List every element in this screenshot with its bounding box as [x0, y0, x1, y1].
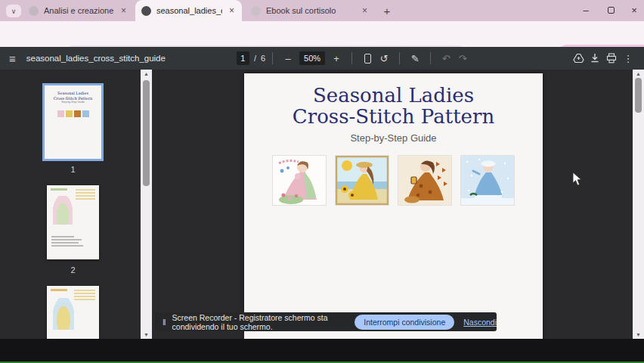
print-button[interactable]	[603, 50, 620, 67]
page-thumbnail-2[interactable]	[47, 185, 99, 259]
thumb3-figure	[53, 298, 74, 330]
page-number-input[interactable]: 1	[237, 51, 249, 65]
thumb2-heading	[51, 188, 67, 191]
fit-page-icon	[364, 54, 371, 64]
thumbnail-sidebar: Seasonal Ladies Cross-Stitch Pattern Ste…	[0, 70, 141, 339]
tab-favicon	[251, 6, 261, 16]
pdf-more-menu-icon[interactable]: ⋮	[620, 50, 636, 67]
close-icon[interactable]: ×	[228, 5, 236, 16]
sidebar-scrollbar[interactable]: ▲ ▼	[141, 70, 152, 339]
pdf-divider	[272, 52, 273, 64]
undo-button[interactable]: ↶	[438, 50, 454, 67]
page-thumbnail-3[interactable]	[47, 286, 99, 339]
annotate-pen-button[interactable]: ✎	[407, 50, 423, 67]
pdf-divider	[430, 52, 431, 64]
sidebar-scroll-thumb[interactable]	[143, 80, 150, 186]
share-message: Screen Recorder - Registratore schermo s…	[172, 313, 349, 331]
thumb-subtitle: Step-by-Step Guide	[45, 101, 101, 104]
document-title-line1: Seasonal Ladies	[244, 85, 543, 107]
close-icon[interactable]: ×	[119, 5, 128, 16]
autumn-lady-image	[398, 155, 452, 206]
pdf-divider	[399, 52, 400, 64]
scroll-down-icon[interactable]: ▼	[633, 332, 644, 337]
tab-title: seasonal_ladies_cross_stitch_gu	[156, 6, 222, 15]
screen: ∨ Analisi e creazione PDF × seasonal_lad…	[0, 0, 644, 363]
tab-seasonal-active[interactable]: seasonal_ladies_cross_stitch_gu ×	[135, 0, 242, 21]
pdf-page-1: Seasonal Ladies Cross-Stitch Pattern Ste…	[244, 73, 543, 339]
thumb-autumn-img	[74, 110, 81, 117]
pause-icon: ‖	[163, 318, 166, 327]
document-title-line2: Cross-Stitch Pattern	[244, 107, 543, 128]
spring-lady-image	[272, 155, 327, 206]
main-scroll-thumb[interactable]	[635, 78, 642, 113]
scroll-down-icon[interactable]: ▼	[141, 332, 152, 337]
winter-lady-image	[460, 155, 515, 206]
zoom-in-button[interactable]: +	[328, 50, 345, 67]
tab-favicon	[141, 6, 151, 16]
thumb3-heading	[51, 289, 67, 291]
tab-favicon	[29, 6, 39, 16]
close-icon[interactable]: ×	[361, 5, 369, 16]
hide-share-bar-link[interactable]: Nascondi	[463, 318, 497, 327]
pdf-document-title: seasonal_ladies_cross_stitch_guide	[26, 54, 166, 63]
pdf-divider	[351, 52, 352, 64]
screen-share-bar: ‖ Screen Recorder - Registratore schermo…	[155, 312, 497, 331]
minimize-button[interactable]: –	[573, 0, 599, 20]
pdf-toolbar: ≡ seasonal_ladies_cross_stitch_guide 1 /…	[0, 47, 644, 70]
tab-strip: ∨ Analisi e creazione PDF × seasonal_lad…	[0, 0, 644, 21]
thumb-summer-img	[66, 110, 73, 117]
page-thumbnail-1[interactable]: Seasonal Ladies Cross-Stitch Pattern Ste…	[45, 85, 101, 159]
thumb-label-1: 1	[45, 165, 101, 174]
summer-lady-image	[335, 155, 389, 206]
rotate-button[interactable]: ↺	[376, 50, 392, 67]
thumb-spring-img	[57, 110, 64, 117]
thumb2-figure	[53, 196, 73, 225]
tab-ebook[interactable]: Ebook sul cortisolo ×	[245, 0, 375, 21]
download-button[interactable]	[587, 50, 603, 67]
tab-analisi[interactable]: Analisi e creazione PDF ×	[23, 0, 134, 21]
save-to-drive-button[interactable]	[570, 50, 587, 67]
seasonal-ladies-row	[244, 155, 543, 206]
close-window-button[interactable]: ×	[621, 0, 644, 20]
document-subtitle: Step-by-Step Guide	[244, 132, 543, 144]
restore-button[interactable]	[598, 0, 624, 20]
thumb2-legend	[76, 189, 95, 200]
new-tab-button[interactable]: +	[379, 3, 395, 18]
tab-title: Ebook sul cortisolo	[266, 6, 355, 15]
thumb-winter-img	[82, 110, 89, 117]
restore-icon	[608, 7, 615, 14]
redo-button[interactable]: ↷	[454, 50, 471, 67]
zoom-level-input[interactable]: 50%	[299, 51, 325, 65]
pdf-menu-icon[interactable]: ≡	[9, 52, 16, 65]
page-total: 6	[261, 54, 265, 63]
thumb-label-2: 2	[47, 265, 99, 275]
scroll-up-icon[interactable]: ▲	[141, 71, 152, 76]
fit-page-button[interactable]	[359, 50, 376, 67]
scroll-up-icon[interactable]: ▲	[633, 71, 644, 76]
stop-sharing-button[interactable]: Interrompi condivisione	[355, 315, 454, 330]
taskbar: 6 11°C Nuvoloso Cerca	[0, 339, 644, 361]
zoom-out-button[interactable]: –	[280, 50, 296, 67]
browser-toolbar: ← → ↻ ⓘ Archivio C:/Users/deepak/Downloa…	[0, 21, 644, 47]
tab-search-button[interactable]: ∨	[6, 5, 21, 17]
thumb3-legend	[74, 290, 95, 300]
tab-title: Analisi e creazione PDF	[44, 6, 114, 15]
main-scrollbar[interactable]: ▲ ▼	[633, 70, 644, 339]
page-separator: /	[254, 54, 256, 63]
